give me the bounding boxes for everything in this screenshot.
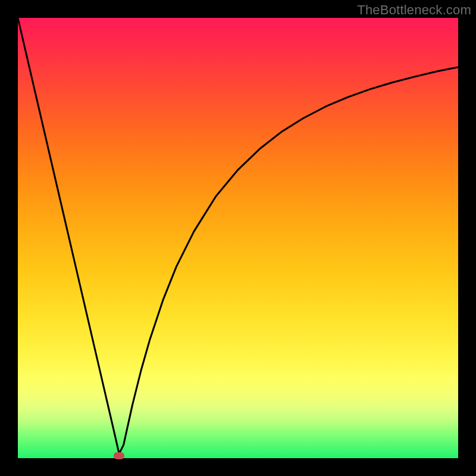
bottleneck-curve-path	[18, 18, 458, 454]
optimal-point-marker	[114, 452, 124, 459]
chart-frame: TheBottleneck.com	[0, 0, 476, 476]
watermark-text: TheBottleneck.com	[357, 2, 471, 18]
chart-plot-area	[18, 18, 458, 458]
bottleneck-curve	[18, 18, 458, 458]
